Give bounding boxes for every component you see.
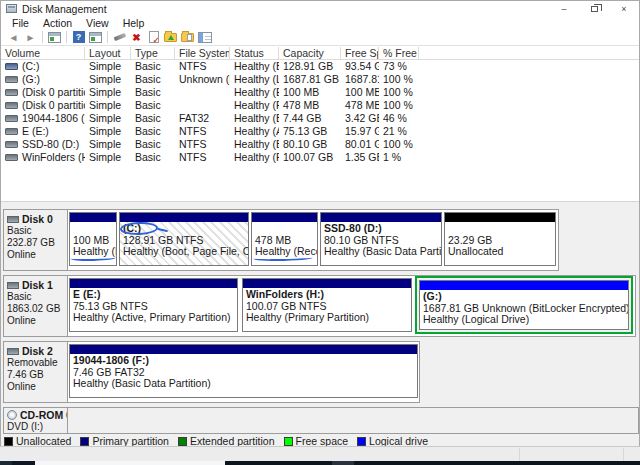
col-percentfree[interactable]: % Free [379, 47, 419, 59]
folder-up-button[interactable] [162, 30, 179, 45]
col-freespace[interactable]: Free Spa... [341, 47, 379, 59]
legend-swatch [4, 437, 13, 446]
col-capacity[interactable]: Capacity [279, 47, 341, 59]
disk-icon [7, 282, 19, 289]
partition-color-bar [321, 213, 441, 222]
menu-help[interactable]: Help [116, 17, 152, 29]
tool-button[interactable] [111, 30, 128, 45]
partition-c[interactable]: (C:)128.91 GB NTFSHealthy (Boot, Page Fi… [119, 212, 249, 266]
disk-1-row: Disk 1 Basic 1863.02 GB Online E (E:)75.… [3, 275, 636, 337]
back-icon: ◄ [9, 30, 19, 45]
properties-window-button[interactable] [87, 30, 104, 45]
volume-icon [5, 154, 18, 161]
partition-e[interactable]: E (E:)75.13 GB NTFSHealthy (Active, Prim… [69, 278, 238, 332]
partition-efi[interactable]: 100 MBHealthy (EFI [69, 212, 117, 266]
cdrom-panel[interactable]: CD-ROM 0 DVD (I:) [4, 408, 68, 433]
table-row[interactable]: (Disk 0 partition 4) Simple Basic Health… [1, 99, 639, 112]
toolbar-separator [42, 31, 43, 43]
close-button[interactable]: × [609, 1, 639, 16]
col-filesystem[interactable]: File System [175, 47, 230, 59]
table-row[interactable]: (G:) Simple Basic Unknown (B... Healthy … [1, 73, 639, 86]
details-view-button[interactable] [196, 30, 213, 45]
volume-icon [5, 128, 18, 135]
graphical-view: Disk 0 Basic 232.87 GB Online 100 MBHeal… [1, 201, 639, 446]
col-type[interactable]: Type [131, 47, 175, 59]
app-icon [6, 4, 17, 13]
table-row[interactable]: E (E:) Simple Basic NTFS Healthy (A... 7… [1, 125, 639, 138]
desktop-strip [0, 446, 640, 465]
partition-color-bar [252, 213, 317, 222]
delete-volume-button[interactable]: ✖ [128, 30, 145, 45]
table-row[interactable]: WinFolders (H:) Simple Basic NTFS Health… [1, 151, 639, 164]
volume-icon [5, 102, 18, 109]
partition-d[interactable]: SSD-80 (D:)80.10 GB NTFSHealthy (Basic D… [320, 212, 442, 266]
volume-icon [5, 115, 18, 122]
toolbar-separator [66, 31, 67, 43]
delete-icon: ✖ [132, 30, 140, 45]
partition-recovery[interactable]: 478 MBHealthy (Recover [251, 212, 318, 266]
partition-color-bar [420, 281, 628, 290]
folder-explore-button[interactable] [179, 30, 196, 45]
partition-color-bar [70, 345, 417, 354]
table-row[interactable]: 19044-1806 (F:) Simple Basic FAT32 Healt… [1, 112, 639, 125]
legend-swatch [284, 437, 293, 446]
partition-unallocated[interactable]: 23.29 GBUnallocated [444, 212, 556, 266]
disk-0-panel[interactable]: Disk 0 Basic 232.87 GB Online [4, 210, 68, 270]
restore-button[interactable] [579, 1, 609, 16]
menu-bar: File Action View Help [1, 16, 639, 29]
folder-up-icon [164, 33, 177, 42]
disk-2-row: Disk 2 Removable 7.46 GB Online 19044-18… [3, 341, 420, 403]
partition-color-bar [70, 213, 116, 222]
check-page-icon: ✓ [149, 31, 159, 43]
partition-g-selected[interactable]: (G:)1687.81 GB Unknown (BitLocker Encryp… [415, 276, 633, 334]
partition-f[interactable]: 19044-1806 (F:)7.46 GB FAT32Healthy (Bas… [69, 344, 418, 398]
folder-explore-icon [181, 33, 194, 42]
partition-color-bar [243, 279, 411, 288]
toolbar: ◄ ► ? ✖ ✓ [1, 29, 639, 46]
divider [519, 448, 520, 461]
help-button[interactable]: ? [70, 30, 87, 45]
partition-h[interactable]: WinFolders (H:)100.07 GB NTFSHealthy (Pr… [242, 278, 412, 332]
menu-file[interactable]: File [5, 17, 36, 29]
col-status[interactable]: Status [230, 47, 279, 59]
back-button[interactable]: ◄ [5, 30, 22, 45]
legend-swatch [178, 437, 187, 446]
disk-0-row: Disk 0 Basic 232.87 GB Online 100 MBHeal… [3, 209, 559, 271]
volume-icon [5, 89, 18, 96]
menu-view[interactable]: View [79, 17, 116, 29]
volume-list: Volume Layout Type File System Status Ca… [1, 47, 639, 164]
divider [623, 448, 624, 461]
check-task-button[interactable]: ✓ [145, 30, 162, 45]
console-window-icon [48, 32, 61, 43]
minimize-button[interactable]: – [549, 1, 579, 16]
console-tree-button[interactable] [46, 30, 63, 45]
taskbar-sliver [0, 461, 640, 465]
disk-2-panel[interactable]: Disk 2 Removable 7.46 GB Online [4, 342, 68, 402]
cdrom-0-row: CD-ROM 0 DVD (I:) [3, 407, 639, 434]
partition-color-bar [445, 213, 555, 222]
cdrom-media-area [68, 408, 638, 433]
partition-color-bar [70, 279, 237, 288]
details-view-icon [198, 32, 212, 43]
volume-icon [5, 63, 18, 70]
help-icon: ? [73, 31, 85, 43]
title-bar: Disk Management – × [1, 1, 639, 16]
col-volume[interactable]: Volume [1, 47, 85, 59]
legend-swatch [80, 437, 89, 446]
partition-color-bar [120, 213, 248, 222]
forward-button[interactable]: ► [22, 30, 39, 45]
cdrom-icon [7, 410, 17, 420]
disk-icon [7, 348, 19, 355]
disk-1-panel[interactable]: Disk 1 Basic 1863.02 GB Online [4, 276, 68, 336]
volume-icon [5, 76, 18, 83]
forward-icon: ► [26, 30, 36, 45]
table-row[interactable]: (Disk 0 partition 1) Simple Basic Health… [1, 86, 639, 99]
table-row[interactable]: SSD-80 (D:) Simple Basic NTFS Healthy (B… [1, 138, 639, 151]
legend-swatch [357, 437, 366, 446]
restore-icon [591, 6, 598, 12]
volume-icon [5, 141, 18, 148]
table-row[interactable]: (C:) Simple Basic NTFS Healthy (B... 128… [1, 60, 639, 73]
col-layout[interactable]: Layout [85, 47, 131, 59]
menu-action[interactable]: Action [36, 17, 79, 29]
window-title: Disk Management [22, 3, 107, 15]
